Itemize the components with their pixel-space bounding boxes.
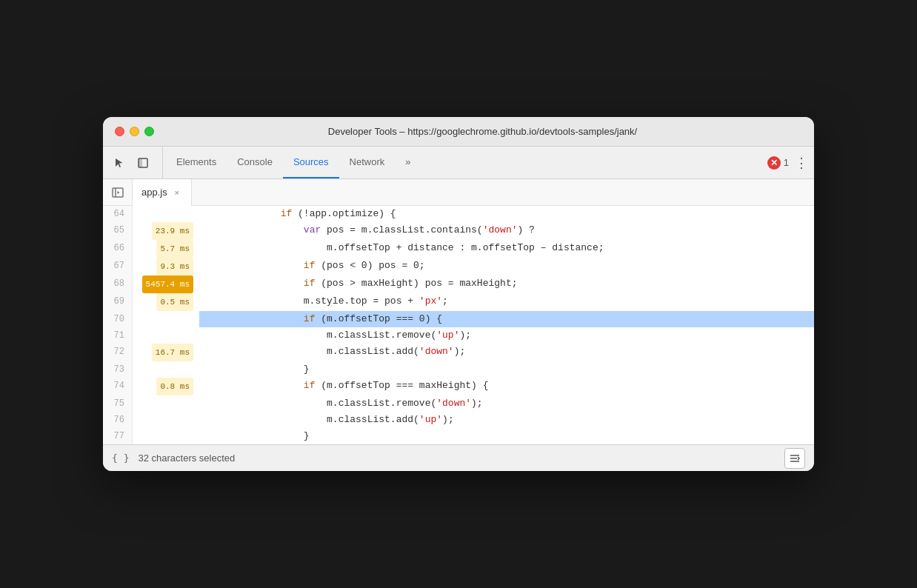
tab-sources[interactable]: Sources bbox=[283, 147, 339, 178]
timing-badge: 9.3 ms bbox=[156, 258, 193, 275]
status-text: 32 characters selected bbox=[138, 452, 235, 464]
tab-network[interactable]: Network bbox=[339, 147, 396, 178]
error-icon: ✕ bbox=[767, 156, 781, 170]
tab-elements[interactable]: Elements bbox=[166, 147, 227, 178]
timing-badge: 0.5 ms bbox=[156, 293, 193, 311]
main-tabbar: Elements Console Sources Network » ✕ 1 ⋮ bbox=[103, 147, 814, 179]
tab-more[interactable]: » bbox=[395, 147, 421, 178]
code-lines: 64 if (!app.optimize) { 65 23.9 ms var p… bbox=[103, 206, 814, 444]
timing-badge: 23.9 ms bbox=[152, 222, 193, 240]
timing-badge: 5457.4 ms bbox=[142, 275, 193, 293]
more-menu-button[interactable]: ⋮ bbox=[795, 155, 808, 171]
format-button[interactable] bbox=[784, 448, 805, 469]
statusbar-right bbox=[784, 448, 805, 469]
tabbar-tools bbox=[109, 147, 163, 178]
timing-badge: 0.8 ms bbox=[156, 378, 193, 395]
table-row: 73 } bbox=[103, 361, 814, 378]
svg-rect-1 bbox=[139, 158, 142, 167]
cursor-icon[interactable] bbox=[109, 153, 130, 173]
table-row: 76 m.classList.add('up'); bbox=[103, 412, 814, 428]
dock-icon[interactable] bbox=[133, 153, 153, 173]
table-row: 75 m.classList.remove('down'); bbox=[103, 395, 814, 412]
table-row: 70 if (m.offsetTop === 0) { bbox=[103, 311, 814, 327]
maximize-button[interactable] bbox=[144, 127, 154, 136]
table-row: 77 } bbox=[103, 428, 814, 444]
table-row: 68 5457.4 ms if (pos > maxHeight) pos = … bbox=[103, 275, 814, 293]
svg-marker-4 bbox=[117, 191, 119, 194]
file-tabbar: app.js × bbox=[103, 179, 814, 206]
table-row: 67 9.3 ms if (pos < 0) pos = 0; bbox=[103, 258, 814, 275]
pretty-print-button[interactable]: { } bbox=[112, 452, 129, 464]
error-badge[interactable]: ✕ 1 bbox=[767, 156, 789, 170]
statusbar: { } 32 characters selected bbox=[103, 444, 814, 471]
table-row: 66 5.7 ms m.offsetTop + distance : m.off… bbox=[103, 240, 814, 258]
traffic-lights bbox=[115, 127, 154, 136]
tab-console[interactable]: Console bbox=[227, 147, 283, 178]
panel-toggle-icon[interactable] bbox=[103, 179, 133, 206]
timing-badge: 5.7 ms bbox=[156, 240, 193, 258]
table-row: 65 23.9 ms var pos = m.classList.contain… bbox=[103, 222, 814, 240]
table-row: 64 if (!app.optimize) { bbox=[103, 206, 814, 222]
file-tab-appjs[interactable]: app.js × bbox=[133, 179, 192, 206]
code-editor[interactable]: 64 if (!app.optimize) { 65 23.9 ms var p… bbox=[103, 206, 814, 444]
minimize-button[interactable] bbox=[130, 127, 139, 136]
table-row: 69 0.5 ms m.style.top = pos + 'px'; bbox=[103, 293, 814, 311]
table-row: 71 m.classList.remove('up'); bbox=[103, 327, 814, 344]
devtools-window: Developer Tools – https://googlechrome.g… bbox=[103, 117, 814, 471]
window-title: Developer Tools – https://googlechrome.g… bbox=[163, 126, 802, 137]
file-tab-close[interactable]: × bbox=[172, 187, 182, 198]
table-row: 72 16.7 ms m.classList.add('down'); bbox=[103, 344, 814, 361]
timing-badge: 16.7 ms bbox=[152, 344, 193, 361]
table-row: 74 0.8 ms if (m.offsetTop === maxHeight)… bbox=[103, 378, 814, 395]
tabbar-right: ✕ 1 ⋮ bbox=[767, 147, 808, 178]
close-button[interactable] bbox=[115, 127, 124, 136]
titlebar: Developer Tools – https://googlechrome.g… bbox=[103, 117, 814, 147]
